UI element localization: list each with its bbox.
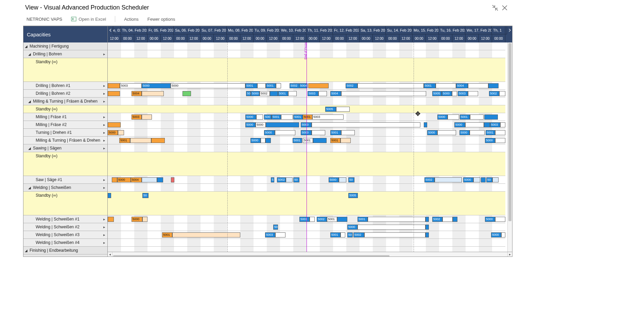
gantt-bar[interactable]: [130, 138, 151, 143]
gantt-bar[interactable]: 5000: [251, 91, 260, 96]
gantt-bar[interactable]: [495, 138, 505, 143]
tree-row[interactable]: Standby (∞): [23, 58, 107, 82]
gantt-bar[interactable]: 5000: [442, 91, 452, 96]
gantt-bar[interactable]: 5000: [329, 177, 339, 182]
tree-row[interactable]: Milling | Fräse #2▸: [23, 121, 107, 129]
expand-icon[interactable]: ▸: [103, 138, 105, 143]
gantt-bar[interactable]: [337, 217, 347, 222]
gantt-bar[interactable]: 5001: [162, 232, 172, 237]
gantt-bar[interactable]: 5000: [245, 122, 256, 127]
gantt-bar[interactable]: 5001: [330, 130, 341, 135]
gantt-bar[interactable]: [492, 177, 499, 182]
gantt-bar[interactable]: 5003: [132, 114, 142, 120]
gantt-bar[interactable]: 50: [246, 91, 251, 96]
gantt-bar[interactable]: [275, 130, 295, 135]
gantt-bar[interactable]: [108, 217, 114, 222]
tree-row[interactable]: Standby (∞): [23, 152, 107, 176]
gantt-bar[interactable]: [270, 91, 278, 96]
gantt-bar[interactable]: [112, 177, 117, 182]
tree-row[interactable]: Drilling | Bohren #2▸: [23, 90, 107, 98]
gantt-bar[interactable]: [453, 217, 457, 222]
gantt-bar[interactable]: [364, 232, 425, 237]
gantt-bar[interactable]: 5000: [454, 122, 465, 127]
gantt-bar[interactable]: 5000: [485, 138, 495, 143]
expand-icon[interactable]: ▸: [103, 52, 105, 56]
tree-row[interactable]: Milling | Fräse #1▸: [23, 113, 107, 121]
expand-icon[interactable]: ▸: [103, 99, 105, 104]
gantt-bar[interactable]: [312, 122, 420, 127]
gantt-bar[interactable]: 5000: [264, 130, 275, 135]
gantt-bar[interactable]: [142, 114, 152, 120]
tree-row[interactable]: Welding | Schweißen #4▸: [23, 239, 107, 247]
gantt-bar[interactable]: [368, 217, 425, 222]
expand-icon[interactable]: ▸: [103, 91, 105, 96]
gantt-bar[interactable]: 5001: [293, 114, 303, 120]
gantt-bar[interactable]: 5001: [299, 217, 310, 222]
scroll-right-arrow-icon[interactable]: ▸: [507, 252, 512, 257]
gantt-bar[interactable]: 5000: [301, 122, 312, 127]
gantt-bar[interactable]: 5003: [458, 91, 468, 96]
tree-row[interactable]: ◢Sawing | Sägen▸: [23, 144, 107, 152]
vertical-scrollbar[interactable]: [507, 42, 512, 252]
gantt-bar[interactable]: 5001: [245, 83, 257, 88]
gantt-bar[interactable]: [442, 217, 453, 222]
gantt-bar[interactable]: [468, 83, 488, 88]
collapse-icon[interactable]: [492, 5, 498, 11]
gantt-bar[interactable]: [142, 91, 164, 96]
gantt-bar[interactable]: [142, 217, 147, 222]
gantt-bar[interactable]: 5004: [132, 91, 142, 96]
gantt-bar[interactable]: [118, 130, 124, 135]
gantt-bar[interactable]: [500, 122, 505, 127]
tree-row[interactable]: Standby (∞): [23, 192, 107, 215]
gantt-bar[interactable]: [425, 225, 429, 230]
expand-icon[interactable]: ▸: [103, 225, 105, 229]
gantt-bar[interactable]: 5000: [245, 114, 256, 120]
actions-menu[interactable]: Actions: [124, 17, 139, 22]
horizontal-scrollbar[interactable]: ◂ ▸: [108, 252, 512, 257]
gantt-bar[interactable]: [341, 232, 345, 237]
gantt-bar[interactable]: [484, 122, 490, 127]
fewer-options[interactable]: Fewer options: [147, 17, 175, 22]
gantt-bar[interactable]: [182, 91, 191, 96]
tree-row[interactable]: Milling & Turning | Fräsen & Drehen▸: [23, 137, 107, 144]
gantt-bar[interactable]: 500: [264, 114, 272, 120]
gantt-bar[interactable]: [257, 83, 266, 88]
expand-icon[interactable]: ▸: [103, 115, 105, 119]
gantt-bar[interactable]: 5001: [278, 91, 288, 96]
gantt-bar[interactable]: 5000: [256, 122, 266, 127]
gantt-grid[interactable]: 5003500050005001500150025004500250015004…: [108, 42, 512, 252]
gantt-bar[interactable]: 5001: [460, 114, 470, 120]
gantt-bar[interactable]: [499, 91, 505, 96]
tree-row[interactable]: Welding | Schweißen #2▸: [23, 223, 107, 231]
expand-icon[interactable]: ▸: [103, 123, 105, 127]
gantt-bar[interactable]: [495, 217, 505, 222]
gantt-bar[interactable]: [341, 138, 351, 143]
gantt-bar[interactable]: [470, 130, 485, 135]
expand-icon[interactable]: ▸: [103, 178, 105, 182]
scroll-left-button[interactable]: [108, 26, 113, 34]
gantt-bar[interactable]: [358, 225, 425, 230]
gantt-bar[interactable]: 5001: [119, 138, 130, 143]
gantt-bar[interactable]: [256, 114, 263, 120]
scroll-right-button[interactable]: [507, 26, 512, 34]
gantt-bar[interactable]: 5001: [327, 217, 337, 222]
gantt-bar[interactable]: 5002: [346, 83, 358, 88]
tree-row[interactable]: Turning | Drehen #1▸: [23, 129, 107, 137]
gantt-bar[interactable]: [310, 217, 315, 222]
gantt-bar[interactable]: [448, 114, 459, 120]
tree-row[interactable]: ◢Drilling | Bohren▸: [23, 50, 107, 58]
gantt-bar[interactable]: 5001: [330, 138, 341, 143]
tree-row[interactable]: Welding | Schweißen #1▸: [23, 215, 107, 223]
gantt-bar[interactable]: 5002: [290, 83, 300, 88]
gantt-bar[interactable]: [336, 107, 350, 112]
gantt-bar[interactable]: 50: [293, 177, 299, 182]
gantt-bar[interactable]: 5005: [432, 91, 442, 96]
gantt-bar[interactable]: 5001: [330, 232, 341, 237]
gantt-bar[interactable]: 5000: [108, 130, 118, 135]
gantt-bar[interactable]: [437, 130, 456, 135]
gantt-bar[interactable]: 5003: [308, 91, 318, 96]
gantt-bar[interactable]: 5003: [120, 83, 142, 88]
gantt-bar[interactable]: 5000: [301, 130, 312, 135]
gantt-bar[interactable]: 50: [273, 225, 278, 230]
gantt-bar[interactable]: [151, 138, 165, 143]
